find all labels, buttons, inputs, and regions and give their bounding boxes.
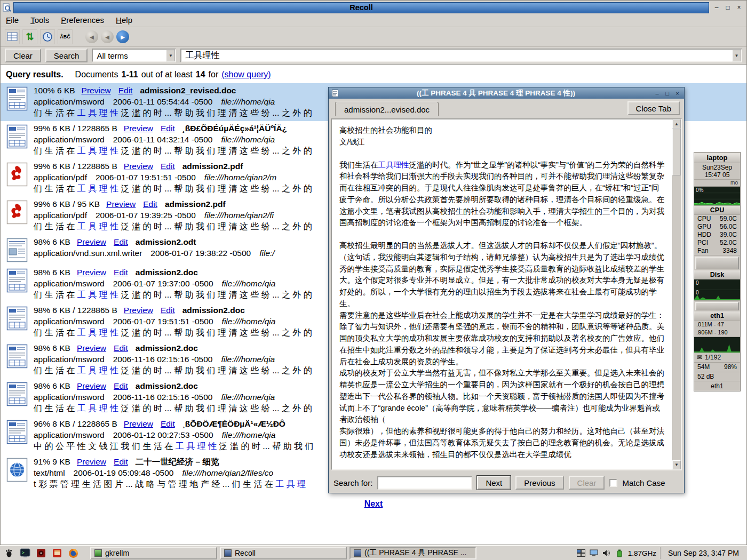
edit-link[interactable]: Edit xyxy=(161,124,175,133)
preview-link[interactable]: Preview xyxy=(77,457,106,466)
menu-help[interactable]: Help xyxy=(116,15,132,25)
gk-disk-label[interactable]: Disk xyxy=(694,270,740,279)
gnome-footprint-icon[interactable] xyxy=(3,547,15,559)
result-relevance-size: 98% 6 KB xyxy=(34,237,70,246)
preview-link[interactable]: Preview xyxy=(106,199,136,209)
gk-footer[interactable]: eth1 xyxy=(694,381,740,391)
next-page-icon[interactable]: ▶ xyxy=(116,30,129,43)
pager-icon[interactable] xyxy=(577,549,586,558)
main-titlebar[interactable]: Recoll – □ × xyxy=(1,1,746,13)
scroll-down-icon[interactable]: ▼ xyxy=(672,460,681,469)
scroll-up-icon[interactable]: ▲ xyxy=(672,119,681,129)
history-clock-icon[interactable] xyxy=(40,29,55,44)
taskbar-window-label: Recoll xyxy=(235,549,256,557)
edit-link[interactable]: Edit xyxy=(118,86,133,95)
terminal-launcher-icon[interactable]: >_ xyxy=(19,547,31,559)
preview-link[interactable]: Preview xyxy=(124,124,153,133)
close-icon[interactable]: × xyxy=(734,3,744,12)
cpu-percent: 0% xyxy=(696,187,703,193)
preview-link[interactable]: Preview xyxy=(82,86,111,95)
doc-file-icon xyxy=(1,267,34,300)
result-title: admission2.pdf xyxy=(182,162,243,171)
edit-link[interactable]: Edit xyxy=(161,162,175,171)
gk-hostname[interactable]: laptop xyxy=(694,153,740,163)
next-page-link[interactable]: Next xyxy=(364,499,383,508)
preview-scrollbar[interactable]: ▲ ▼ xyxy=(672,119,681,469)
find-clear-button[interactable]: Clear xyxy=(569,476,605,490)
scrollbar-thumb[interactable] xyxy=(672,129,681,175)
find-next-button[interactable]: Next xyxy=(477,476,511,490)
media-launcher-icon[interactable] xyxy=(35,547,47,559)
gk-mail[interactable]: ✉ 1/192 xyxy=(694,353,740,363)
edit-link[interactable]: Edit xyxy=(114,381,128,390)
titlebar-bar[interactable]: Recoll xyxy=(13,2,709,13)
gk-memory: 54M 98% xyxy=(694,363,740,372)
html-file-icon xyxy=(1,456,34,490)
pagination: Next xyxy=(1,492,746,516)
result-title: admission2_revised.doc xyxy=(140,86,236,95)
search-button[interactable]: Search xyxy=(45,49,88,62)
minimize-icon[interactable]: – xyxy=(653,89,661,97)
preview-titlebar[interactable]: ((工 PHRASE 4 具 PHRASE 4 理 PHRASE 4 性)) –… xyxy=(329,87,684,99)
spellcheck-icon[interactable]: ÂBĈ xyxy=(58,29,73,44)
preview-link[interactable]: Preview xyxy=(124,419,153,428)
edit-link[interactable]: Edit xyxy=(114,237,128,246)
maximize-icon[interactable]: □ xyxy=(663,89,671,97)
first-page-icon[interactable]: ◀ xyxy=(85,30,98,43)
preview-document-text[interactable]: 高校招生的社会功能和目的文/钱江我们生活在工具理性泛滥的时代。作为“世之显学”的… xyxy=(332,119,672,469)
preview-link[interactable]: Preview xyxy=(77,268,106,277)
preview-tab[interactable]: admission2...evised.doc xyxy=(335,102,439,116)
gk-eth1-label[interactable]: eth1 xyxy=(694,311,740,321)
preview-link[interactable]: Preview xyxy=(77,381,106,390)
preview-link[interactable]: Preview xyxy=(77,343,106,353)
close-tab-button[interactable]: Close Tab xyxy=(627,101,680,115)
taskbar-window-button[interactable]: gkrellm xyxy=(90,547,217,559)
menu-file[interactable]: File xyxy=(6,15,19,25)
preview-text-frame: 高校招生的社会功能和目的文/钱江我们生活在工具理性泛滥的时代。作为“世之显学”的… xyxy=(331,118,682,470)
scrollbar-track[interactable] xyxy=(672,129,681,460)
taskbar-clock[interactable]: Sun Sep 23, 3:47 PM xyxy=(665,549,744,557)
result-title: admission2.doc xyxy=(136,268,198,277)
search-query-input[interactable] xyxy=(181,50,732,61)
result-relevance-size: 99% 6 KB / 95 KB xyxy=(34,199,100,209)
close-icon[interactable]: × xyxy=(673,89,681,97)
edit-link[interactable]: Edit xyxy=(114,268,128,277)
clear-button[interactable]: Clear xyxy=(5,49,41,62)
preview-link[interactable]: Preview xyxy=(124,306,153,315)
doc-file-icon xyxy=(1,418,34,452)
preview-link[interactable]: Preview xyxy=(77,237,106,246)
prev-page-icon[interactable]: ◀ xyxy=(101,30,114,43)
edit-link[interactable]: Edit xyxy=(143,199,157,209)
menu-preferences[interactable]: Preferences xyxy=(61,15,104,25)
maximize-icon[interactable]: □ xyxy=(723,3,733,12)
gk-krell-panel xyxy=(695,257,739,269)
gk-mail-count: 1/192 xyxy=(705,353,721,362)
minimize-icon[interactable]: – xyxy=(712,3,721,12)
preview-link[interactable]: Preview xyxy=(124,162,153,171)
sort-icon[interactable]: ⇅ xyxy=(22,29,37,44)
edit-link[interactable]: Edit xyxy=(114,343,128,353)
query-detail-icon[interactable] xyxy=(5,29,20,44)
find-input[interactable] xyxy=(377,476,472,490)
edit-link[interactable]: Edit xyxy=(114,457,128,466)
find-previous-button[interactable]: Previous xyxy=(515,476,563,490)
edit-link[interactable]: Edit xyxy=(161,306,175,315)
package-launcher-icon[interactable] xyxy=(51,547,63,559)
search-mode-select[interactable]: All terms ▼ xyxy=(92,49,176,62)
firefox-launcher-icon[interactable] xyxy=(67,547,80,559)
net-rate-row: .906M - 190 xyxy=(694,329,740,337)
volume-icon[interactable] xyxy=(602,549,611,558)
taskbar-window-button[interactable]: Recoll xyxy=(220,547,347,559)
result-relevance-size: 91% 9 KB xyxy=(34,457,70,466)
display-icon[interactable] xyxy=(590,549,599,558)
menu-tools[interactable]: Tools xyxy=(30,15,49,25)
taskbar-window-button[interactable]: ((工 PHRASE 4 具 PHRASE ... xyxy=(349,547,476,559)
show-query-link[interactable]: (show query) xyxy=(221,70,271,79)
match-case-checkbox[interactable] xyxy=(609,479,617,487)
gk-clock[interactable]: Sun23Sep 15:47 05 xyxy=(694,163,740,180)
query-history-chevron-icon[interactable]: ▼ xyxy=(732,50,741,61)
cpu-freq-icon[interactable] xyxy=(615,549,624,558)
edit-link[interactable]: Edit xyxy=(161,419,175,428)
out-of-label: out of at least xyxy=(141,70,193,79)
gk-cpu-label[interactable]: CPU xyxy=(694,206,740,215)
